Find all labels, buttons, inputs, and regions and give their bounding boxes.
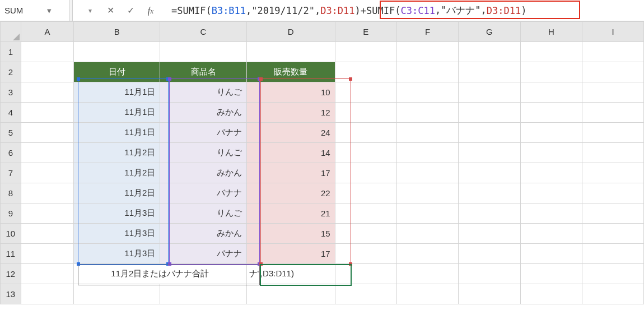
cell[interactable] xyxy=(397,203,459,224)
cell[interactable] xyxy=(246,284,335,304)
row-head[interactable]: 12 xyxy=(1,264,21,284)
cell[interactable] xyxy=(335,42,396,62)
cell[interactable] xyxy=(520,42,582,62)
cell[interactable] xyxy=(21,143,73,163)
cell[interactable] xyxy=(397,163,459,183)
row-head[interactable]: 10 xyxy=(1,224,21,244)
cell-qty[interactable]: 14 xyxy=(246,143,335,163)
col-head-a[interactable]: A xyxy=(21,22,73,42)
cell[interactable] xyxy=(520,244,582,264)
cell[interactable] xyxy=(397,62,459,82)
cell[interactable] xyxy=(246,42,335,62)
cell[interactable] xyxy=(459,183,520,203)
cell-qty[interactable]: 10 xyxy=(246,82,335,103)
row-head[interactable]: 4 xyxy=(1,103,21,123)
cell[interactable] xyxy=(397,42,459,62)
cell[interactable] xyxy=(520,82,582,103)
cell[interactable] xyxy=(520,123,582,143)
cell[interactable] xyxy=(21,264,73,284)
cell[interactable] xyxy=(335,163,396,183)
cell-qty[interactable]: 15 xyxy=(246,224,335,244)
row-head[interactable]: 9 xyxy=(1,203,21,224)
cell[interactable] xyxy=(21,123,73,143)
cell[interactable] xyxy=(397,284,459,304)
cell[interactable] xyxy=(21,42,73,62)
cell-product[interactable]: バナナ xyxy=(160,244,246,264)
editing-cell[interactable]: ナ",D3:D11) xyxy=(246,264,335,284)
confirm-edit-button[interactable]: ✓ xyxy=(124,5,137,16)
cell-qty[interactable]: 12 xyxy=(246,103,335,123)
col-head-g[interactable]: G xyxy=(459,22,520,42)
cell[interactable] xyxy=(335,183,396,203)
row-head[interactable]: 6 xyxy=(1,143,21,163)
cell[interactable] xyxy=(582,123,644,143)
table-header-qty[interactable]: 販売数量 xyxy=(246,62,335,82)
cell[interactable] xyxy=(335,264,396,284)
cell[interactable] xyxy=(21,224,73,244)
cell-qty[interactable]: 21 xyxy=(246,203,335,224)
cell[interactable] xyxy=(21,103,73,123)
cell-qty[interactable]: 17 xyxy=(246,163,335,183)
cell[interactable] xyxy=(520,183,582,203)
cell[interactable] xyxy=(582,264,644,284)
row-head[interactable]: 5 xyxy=(1,123,21,143)
cell-date[interactable]: 11月2日 xyxy=(74,143,160,163)
cell[interactable] xyxy=(459,62,520,82)
cell[interactable] xyxy=(459,264,520,284)
cell[interactable] xyxy=(21,82,73,103)
table-header-product[interactable]: 商品名 xyxy=(160,62,246,82)
cell[interactable] xyxy=(582,284,644,304)
cell[interactable] xyxy=(397,224,459,244)
cell[interactable] xyxy=(582,143,644,163)
table-header-date[interactable]: 日付 xyxy=(74,62,160,82)
row-head[interactable]: 7 xyxy=(1,163,21,183)
formula-expand-icon[interactable]: ▾ xyxy=(84,7,96,15)
cell-product[interactable]: りんご xyxy=(160,143,246,163)
cell[interactable] xyxy=(397,123,459,143)
cell[interactable] xyxy=(459,244,520,264)
cell[interactable] xyxy=(459,123,520,143)
cell-date[interactable]: 11月3日 xyxy=(74,203,160,224)
cell[interactable] xyxy=(459,143,520,163)
col-head-f[interactable]: F xyxy=(397,22,459,42)
cell[interactable] xyxy=(582,82,644,103)
cell[interactable] xyxy=(459,224,520,244)
cell[interactable] xyxy=(335,284,396,304)
cell[interactable] xyxy=(520,62,582,82)
cell[interactable] xyxy=(582,163,644,183)
cell[interactable] xyxy=(74,284,160,304)
cell-product[interactable]: みかん xyxy=(160,224,246,244)
worksheet[interactable]: A B C D E F G H I 1 2 日付 商品名 販売数量 3 11月1… xyxy=(0,21,644,304)
cell[interactable] xyxy=(520,264,582,284)
cell[interactable] xyxy=(582,103,644,123)
name-box-dropdown-icon[interactable]: ▾ xyxy=(35,6,65,16)
cell-date[interactable]: 11月1日 xyxy=(74,123,160,143)
cell-date[interactable]: 11月3日 xyxy=(74,244,160,264)
cell[interactable] xyxy=(335,143,396,163)
cell[interactable] xyxy=(335,62,396,82)
cell[interactable] xyxy=(160,284,246,304)
cell[interactable] xyxy=(21,183,73,203)
summary-label-cell[interactable]: 11月2日またはバナナ合計 xyxy=(74,264,247,284)
cell-qty[interactable]: 22 xyxy=(246,183,335,203)
cell[interactable] xyxy=(582,42,644,62)
grid[interactable]: A B C D E F G H I 1 2 日付 商品名 販売数量 3 11月1… xyxy=(0,21,644,304)
cell[interactable] xyxy=(335,224,396,244)
cell[interactable] xyxy=(397,82,459,103)
cell[interactable] xyxy=(520,163,582,183)
cell-date[interactable]: 11月1日 xyxy=(74,103,160,123)
cell[interactable] xyxy=(582,203,644,224)
cell[interactable] xyxy=(520,224,582,244)
row-head[interactable]: 13 xyxy=(1,284,21,304)
cell-qty[interactable]: 17 xyxy=(246,244,335,264)
cell[interactable] xyxy=(520,203,582,224)
cell[interactable] xyxy=(335,123,396,143)
cell[interactable] xyxy=(397,143,459,163)
cell[interactable] xyxy=(397,103,459,123)
cell-product[interactable]: みかん xyxy=(160,163,246,183)
cell[interactable] xyxy=(582,62,644,82)
row-head[interactable]: 3 xyxy=(1,82,21,103)
cell[interactable] xyxy=(160,42,246,62)
cell[interactable] xyxy=(335,103,396,123)
cell[interactable] xyxy=(74,42,160,62)
